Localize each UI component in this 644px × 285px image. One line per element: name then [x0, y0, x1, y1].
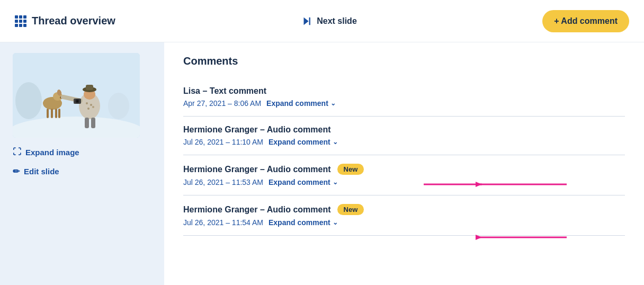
- svg-rect-25: [85, 118, 89, 128]
- comment-item-4: Hermione Granger – Audio comment New Jul…: [183, 195, 625, 236]
- svg-rect-7: [47, 109, 49, 118]
- comment-item-2: Hermione Granger – Audio comment Jul 26,…: [183, 117, 625, 155]
- comment-title-4: Hermione Granger – Audio comment: [183, 205, 331, 215]
- expand-label-1: Expand comment: [266, 99, 328, 108]
- svg-point-3: [15, 82, 42, 119]
- svg-point-24: [76, 100, 78, 102]
- page-title: Thread overview: [32, 15, 115, 27]
- comment-meta-1: Apr 27, 2021 – 8:06 AM Expand comment ⌄: [183, 99, 625, 108]
- svg-point-15: [90, 104, 92, 106]
- chevron-down-icon-4: ⌄: [333, 219, 338, 226]
- expand-comment-button-3[interactable]: Expand comment ⌄: [269, 178, 338, 186]
- expand-icon: ⛶: [13, 147, 21, 157]
- slide-thumbnail: [13, 53, 140, 138]
- comment-item-3: Hermione Granger – Audio comment New Jul…: [183, 155, 625, 195]
- svg-point-17: [92, 106, 94, 108]
- next-slide-icon: [301, 15, 312, 27]
- comment-date-1: Apr 27, 2021 – 8:06 AM: [183, 99, 261, 108]
- svg-point-4: [108, 93, 129, 119]
- svg-rect-10: [58, 109, 60, 118]
- svg-rect-20: [86, 85, 93, 90]
- chevron-down-icon-2: ⌄: [333, 138, 338, 146]
- next-slide-button[interactable]: Next slide: [301, 15, 357, 27]
- comment-title-row-3: Hermione Granger – Audio comment New: [183, 164, 625, 175]
- add-comment-label: + Add comment: [554, 16, 618, 26]
- comment-meta-4: Jul 26, 2021 – 11:54 AM Expand comment ⌄: [183, 218, 625, 227]
- pencil-icon: ✏: [13, 166, 20, 176]
- svg-rect-26: [91, 118, 95, 128]
- comment-meta-3: Jul 26, 2021 – 11:53 AM Expand comment ⌄: [183, 178, 625, 186]
- new-badge-4: New: [337, 204, 364, 215]
- comment-title-2: Hermione Granger – Audio comment: [183, 125, 331, 135]
- comments-heading: Comments: [183, 55, 625, 67]
- comment-date-4: Jul 26, 2021 – 11:54 AM: [183, 218, 263, 227]
- add-comment-button[interactable]: + Add comment: [542, 10, 629, 32]
- content-wrapper: Comments Lisa – Text comment Apr 27, 202…: [164, 42, 644, 285]
- grid-icon: [15, 15, 26, 27]
- new-badge-3: New: [337, 164, 364, 175]
- expand-comment-button-1[interactable]: Expand comment ⌄: [266, 99, 336, 108]
- chevron-down-icon-3: ⌄: [333, 179, 338, 186]
- edit-slide-label: Edit slide: [24, 167, 59, 176]
- comment-title-row-4: Hermione Granger – Audio comment New: [183, 204, 625, 215]
- header: Thread overview Next slide + Add comment: [0, 0, 644, 42]
- expand-label-3: Expand comment: [269, 178, 330, 186]
- comment-title-3: Hermione Granger – Audio comment: [183, 165, 331, 174]
- comment-date-3: Jul 26, 2021 – 11:53 AM: [183, 178, 263, 186]
- comment-title-row-2: Hermione Granger – Audio comment: [183, 125, 625, 135]
- expand-comment-button-4[interactable]: Expand comment ⌄: [269, 218, 338, 227]
- sidebar: ⛶ Expand image ✏ Edit slide: [0, 42, 164, 285]
- svg-rect-9: [55, 109, 57, 118]
- svg-point-14: [86, 102, 88, 104]
- comment-date-2: Jul 26, 2021 – 11:10 AM: [183, 138, 263, 146]
- comments-panel: Comments Lisa – Text comment Apr 27, 202…: [164, 42, 644, 285]
- expand-comment-button-2[interactable]: Expand comment ⌄: [269, 138, 338, 146]
- comment-meta-2: Jul 26, 2021 – 11:10 AM Expand comment ⌄: [183, 138, 625, 146]
- comment-title-1: Lisa – Text comment: [183, 86, 266, 96]
- next-slide-label: Next slide: [317, 16, 357, 26]
- svg-rect-8: [51, 109, 53, 118]
- header-left: Thread overview: [15, 15, 115, 27]
- svg-rect-0: [309, 17, 310, 25]
- expand-image-label: Expand image: [25, 148, 79, 157]
- expand-label-4: Expand comment: [269, 218, 330, 227]
- main-content: ⛶ Expand image ✏ Edit slide Comments Lis…: [0, 42, 644, 285]
- expand-label-2: Expand comment: [269, 138, 330, 146]
- edit-slide-button[interactable]: ✏ Edit slide: [13, 166, 151, 176]
- svg-point-16: [87, 108, 90, 110]
- chevron-down-icon-1: ⌄: [330, 100, 336, 107]
- comment-item-1: Lisa – Text comment Apr 27, 2021 – 8:06 …: [183, 78, 625, 117]
- slide-image: [13, 53, 140, 138]
- expand-image-button[interactable]: ⛶ Expand image: [13, 147, 151, 157]
- comment-title-row-1: Lisa – Text comment: [183, 86, 625, 96]
